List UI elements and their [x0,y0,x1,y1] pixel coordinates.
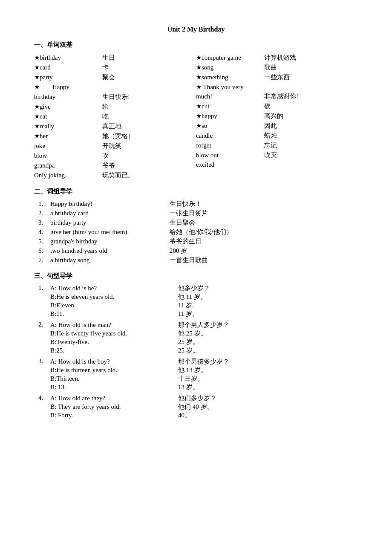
sentence-cn: 13 岁。 [178,383,199,391]
vocab-cn: 玩笑而已。 [102,171,153,179]
vocab-en: birthday [34,93,102,101]
list-item: 1.Happy birthday!生日快乐！ [34,200,358,208]
vocab-en: ★computer game [196,54,264,61]
phrase-cn: 爷爷的生日 [170,237,202,246]
vocab-cn: 真正地 [102,122,153,130]
sentence-block: A: How old is the man?那个男人多少岁？B:He is tw… [50,321,358,355]
vocab-left-row: ★card卡 [34,63,196,72]
vocab-cn: 她（宾格） [102,132,153,140]
vocab-en: ★her [34,132,102,140]
phrase-list: 1.Happy birthday!生日快乐！2.a brithday card一… [34,200,358,264]
list-item: 2.A: How old is the man?那个男人多少岁？B:He is … [34,321,358,355]
sentence-cn: 他 13 岁。 [178,366,207,374]
sentence-row: B:25.25 岁。 [50,347,358,355]
vocab-en: ★song [196,64,264,71]
vocab-en: candle [196,132,264,139]
vocab-left-row: ★give给 [34,102,196,111]
sentence-cn: 他 11 岁。 [178,293,207,301]
vocab-left-row: ★party聚会 [34,73,196,82]
vocab-right-row: ★song歌曲 [196,63,358,72]
vocab-left-row: birthday生日快乐! [34,92,196,101]
sentence-block: A: How old are they?他们多少岁？B: They are fo… [50,394,358,419]
phrase-cn: 一张生日贺片 [170,209,208,217]
sentence-cn: 11 岁。 [178,301,199,309]
vocab-en: ★birthday [34,54,102,61]
vocab-right-row [196,170,358,171]
phrase-num: 1. [38,200,50,208]
vocab-cn: 吹灭 [264,151,315,159]
vocab-en: ★eat [34,113,102,120]
vocab-cn: 因此 [264,122,315,130]
vocab-right-row: ★something一些东西 [196,73,358,82]
vocab-cn: 生日快乐! [102,93,153,101]
sentence-row: B:Twenty-five.25 岁。 [50,338,358,346]
list-item: 2.a brithday card一张生日贺片 [34,209,358,217]
vocab-cn: 蜡烛 [264,132,315,140]
phrase-en: grandpa's birthday [50,238,170,245]
sentence-row: A: How old is the man?那个男人多少岁？ [50,321,358,329]
vocab-en: ★really [34,122,102,130]
list-item: 4.give her (him/ you/ me/ them)给她（他/你/我/… [34,228,358,236]
vocab-cn: 吃 [102,113,153,121]
vocab-en: grandpa [34,162,102,169]
vocab-cn: 一些东西 [264,73,315,81]
sentence-en: A: How old is the boy? [50,358,178,365]
sentence-en: A: How old is he? [50,285,178,292]
vocab-right-col: ★computer game计算机游戏★song歌曲★something一些东西… [196,53,358,180]
list-item: 3.A: How old is the boy?那个男孩多少岁？B:He is … [34,358,358,392]
sentence-row: B:11.11 岁。 [50,310,358,318]
vocab-en: ★something [196,73,264,81]
phrase-cn: 200 岁 [170,247,187,255]
phrase-en: a brithday card [50,210,170,217]
list-item: 1.A: How old is he?他多少岁？B:He is eleven y… [34,284,358,318]
vocab-en: ★happy [196,112,264,120]
phrase-en: Happy birthday! [50,200,170,208]
sentence-row: B: Forty.40。 [50,411,358,419]
sentence-en: B:25. [50,347,178,354]
phrase-num: 4. [38,228,50,236]
sentence-row: B: They are forty years old.他们 40 岁。 [50,403,358,411]
phrase-num: 7. [38,257,50,264]
vocab-en: ★give [34,103,102,110]
phrase-cn: 一首生日歌曲 [170,256,208,264]
sentence-en: B: They are forty years old. [50,403,178,410]
sentence-row: B: 13.13 岁。 [50,383,358,391]
vocab-en: excited [196,161,264,168]
sentence-list: 1.A: How old is he?他多少岁？B:He is eleven y… [34,284,358,420]
sentence-en: B: Forty. [50,412,178,419]
vocab-section: 一、单词双基 ★birthday生日★card卡★party聚会★ Happyb… [34,41,358,180]
vocab-right-row: ★cut砍 [196,102,358,111]
phrases-section: 二、词组导学 1.Happy birthday!生日快乐！2.a brithda… [34,188,358,264]
vocab-left-row: ★birthday生日 [34,53,196,62]
vocab-heading: 一、单词双基 [34,41,358,49]
vocab-left-row: joke开玩笑 [34,142,196,150]
vocab-left-row: ★her她（宾格） [34,132,196,141]
sentence-num: 4. [38,394,50,402]
vocab-left-row: ★eat吃 [34,112,196,121]
sentence-cn: 十三岁。 [178,375,204,383]
sentence-row: B:He is twenty-five years old.他 25 岁。 [50,330,358,338]
sentence-row: B:He is thirteen years old.他 13 岁。 [50,366,358,374]
vocab-right-row: excited [196,161,358,169]
vocab-cn: 计算机游戏 [264,54,315,62]
sentence-row: A: How old are they?他们多少岁？ [50,394,358,402]
vocab-left-row: grandpa爷爷 [34,161,196,170]
vocab-en: much! [196,93,264,100]
vocab-en: ★so [196,122,264,130]
sentence-en: B:11. [50,310,178,318]
vocab-cn: 非常感谢你! [264,92,315,101]
sentence-en: B:He is thirteen years old. [50,367,178,374]
vocab-en: forget [196,142,264,149]
sentence-cn: 40。 [178,411,191,419]
vocab-cn: 歌曲 [264,64,315,72]
list-item: 5.grandpa's birthday爷爷的生日 [34,237,358,246]
vocab-en: ★party [34,73,102,81]
sentence-row: B:Eleven.11 岁。 [50,301,358,309]
vocab-right-row: ★ Thank you very [196,83,358,91]
sentence-row: B:Thirteen.十三岁。 [50,375,358,383]
vocab-right-row: much!非常感谢你! [196,92,358,101]
phrase-num: 5. [38,238,50,245]
phrase-num: 6. [38,247,50,254]
sentence-cn: 他们 40 岁。 [178,403,213,411]
phrases-heading: 二、词组导学 [34,188,358,196]
